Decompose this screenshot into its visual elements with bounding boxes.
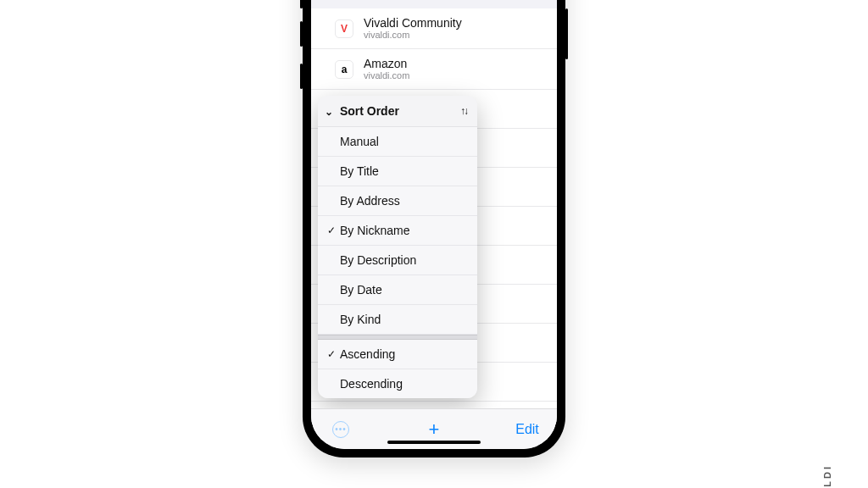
sort-option-description[interactable]: By Description [318, 246, 477, 275]
check-icon: ✓ [325, 348, 338, 360]
watermark-text: VIVALDI [822, 464, 832, 488]
sort-direction-ascending[interactable]: ✓ Ascending [318, 340, 477, 369]
menu-item-label: By Kind [340, 313, 381, 326]
sort-order-header[interactable]: ⌄ Sort Order ↑↓ [318, 96, 477, 127]
sort-option-manual[interactable]: Manual [318, 127, 477, 157]
sort-option-kind[interactable]: By Kind [318, 305, 477, 335]
menu-item-label: By Address [340, 194, 400, 208]
sort-option-address[interactable]: By Address [318, 186, 477, 216]
add-button[interactable]: + [421, 419, 447, 441]
bookmark-title: Vivaldi Community [364, 16, 462, 30]
plus-icon: + [429, 419, 440, 441]
bookmark-row[interactable]: V Vivaldi Community vivaldi.com [311, 8, 557, 49]
menu-item-label: By Nickname [340, 224, 409, 237]
bookmark-row[interactable]: a Amazon vivaldi.com [311, 49, 557, 90]
sort-option-nickname[interactable]: ✓ By Nickname [318, 216, 477, 246]
sort-icon: ↑↓ [460, 105, 467, 117]
menu-item-label: By Description [340, 253, 416, 267]
phone-screen: V Vivaldi Community vivaldi.com a Amazon… [311, 0, 557, 449]
edit-button[interactable]: Edit [515, 422, 540, 437]
sort-direction-descending[interactable]: Descending [318, 369, 477, 398]
menu-item-label: By Date [340, 283, 382, 297]
favicon-amazon: a [335, 60, 353, 79]
ellipsis-icon: ••• [332, 421, 349, 438]
chevron-down-icon: ⌄ [325, 106, 333, 118]
watermark: VIVALDI [822, 464, 832, 488]
phone-frame: V Vivaldi Community vivaldi.com a Amazon… [303, 0, 565, 458]
bookmark-subtitle: vivaldi.com [364, 70, 409, 81]
menu-item-label: Manual [340, 135, 379, 148]
check-icon: ✓ [325, 225, 338, 236]
home-indicator [387, 441, 481, 444]
bookmark-title: Amazon [364, 57, 409, 70]
bookmark-subtitle: vivaldi.com [364, 30, 462, 41]
menu-item-label: Ascending [340, 347, 395, 361]
sort-option-date[interactable]: By Date [318, 275, 477, 305]
sort-order-menu: ⌄ Sort Order ↑↓ Manual By Title By Addre… [318, 96, 477, 398]
menu-item-label: Descending [340, 377, 403, 391]
menu-title: Sort Order [340, 104, 399, 118]
sort-option-title[interactable]: By Title [318, 157, 477, 186]
favicon-vivaldi: V [335, 19, 353, 38]
menu-item-label: By Title [340, 164, 379, 178]
more-button[interactable]: ••• [328, 421, 353, 438]
